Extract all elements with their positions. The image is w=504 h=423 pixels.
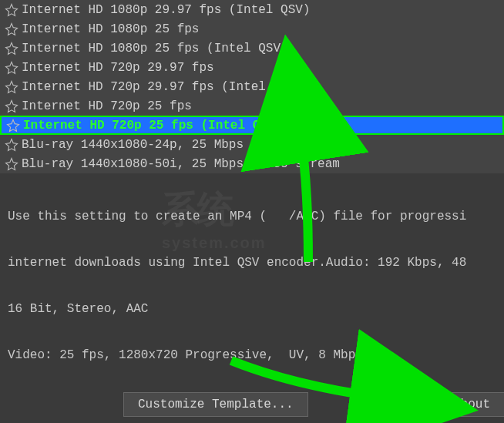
favorite-star-icon[interactable] bbox=[5, 3, 18, 17]
preset-item[interactable]: Internet HD 720p 25 fps bbox=[0, 96, 504, 116]
preset-label: Blu-ray 1440x1080-50i, 25 Mbps video str… bbox=[22, 157, 340, 171]
desc-line: Video: 25 fps, 1280x720 Progressive, UV,… bbox=[8, 347, 496, 363]
favorite-star-icon[interactable] bbox=[5, 42, 18, 55]
preset-label: Internet HD 720p 29.97 fps bbox=[22, 61, 214, 75]
preset-label: Internet HD 1080p 25 fps bbox=[22, 22, 199, 36]
template-button-row: Customize Template... About bbox=[0, 386, 504, 423]
preset-item[interactable]: Internet HD 720p 29.97 fps bbox=[0, 58, 504, 77]
preset-label: Internet HD 1080p 29.97 fps (Intel QSV) bbox=[22, 3, 310, 17]
favorite-star-icon[interactable] bbox=[5, 22, 18, 36]
customize-template-button[interactable]: Customize Template... bbox=[123, 392, 308, 417]
preset-item[interactable]: Internet HD 1080p 29.97 fps (Intel QSV) bbox=[0, 0, 504, 19]
desc-line: 16 Bit, Stereo, AAC bbox=[8, 301, 496, 317]
preset-label: Internet HD 720p 25 fps bbox=[22, 99, 192, 113]
preset-label: Internet HD 1080p 25 fps (Intel QSV) bbox=[22, 42, 288, 55]
favorite-star-icon[interactable] bbox=[5, 157, 18, 171]
preset-item[interactable]: Internet HD 1080p 25 fps bbox=[0, 19, 504, 39]
favorite-star-icon[interactable] bbox=[5, 138, 18, 152]
favorite-star-icon[interactable] bbox=[5, 80, 18, 94]
preset-item[interactable]: Blu-ray 1440x1080-24p, 25 Mbps video str… bbox=[0, 135, 504, 154]
preset-description: Use this setting to create an MP4 ( /AAC… bbox=[0, 173, 504, 386]
preset-item[interactable]: Internet HD 720p 25 fps (Intel QSV) bbox=[0, 116, 504, 135]
preset-label: Internet HD 720p 25 fps (Intel QSV) bbox=[23, 119, 282, 133]
favorite-star-icon[interactable] bbox=[5, 61, 18, 75]
desc-line: Use this setting to create an MP4 ( /AAC… bbox=[8, 209, 496, 224]
preset-list: Internet HD 1080p 29.97 fps (Intel QSV)I… bbox=[0, 0, 504, 173]
preset-item[interactable]: Internet HD 720p 29.97 fps (Intel QSV) bbox=[0, 77, 504, 96]
desc-line: internet downloads using Intel QSV encod… bbox=[8, 255, 496, 270]
preset-label: Blu-ray 1440x1080-24p, 25 Mbps video str… bbox=[22, 138, 340, 152]
about-button[interactable]: About bbox=[438, 392, 504, 417]
preset-item[interactable]: Internet HD 1080p 25 fps (Intel QSV) bbox=[0, 39, 504, 58]
preset-item[interactable]: Blu-ray 1440x1080-50i, 25 Mbps video str… bbox=[0, 154, 504, 173]
preset-label: Internet HD 720p 29.97 fps (Intel QSV) bbox=[22, 80, 303, 94]
favorite-star-icon[interactable] bbox=[5, 99, 18, 113]
favorite-star-icon[interactable] bbox=[6, 119, 20, 133]
